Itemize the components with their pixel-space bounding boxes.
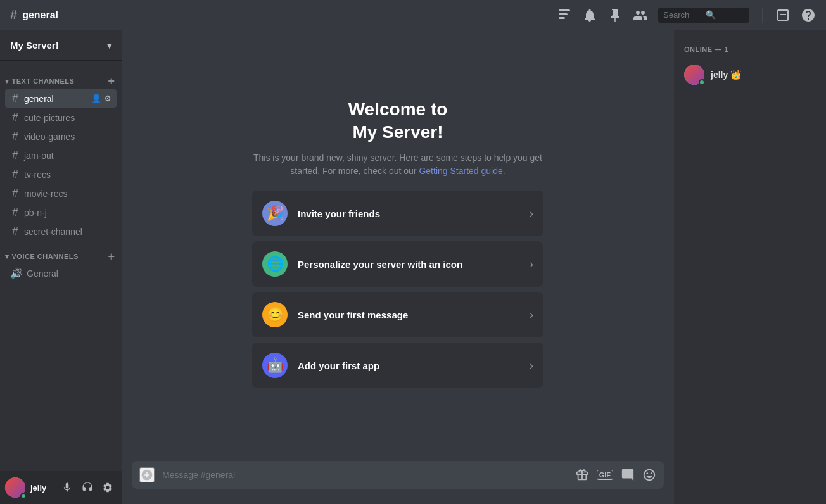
search-box[interactable]: Search 🔍 — [658, 8, 749, 23]
personalize-chevron-icon: › — [530, 258, 533, 271]
member-badge: 👑 — [730, 70, 741, 80]
member-item[interactable]: jelly 👑 — [679, 61, 821, 89]
welcome-title: Welcome to My Server! — [252, 98, 543, 144]
channel-item-general[interactable]: # general 👤 ⚙ — [5, 89, 117, 108]
gift-icon[interactable] — [575, 468, 589, 482]
microphone-icon[interactable] — [58, 479, 76, 496]
member-avatar-container — [684, 65, 704, 85]
invite-icon: 🎉 — [262, 201, 288, 226]
status-indicator — [20, 493, 27, 499]
channel-item-secret-channel[interactable]: # secret-channel — [5, 222, 117, 241]
server-chevron-icon: ▾ — [107, 41, 111, 51]
search-placeholder: Search — [663, 10, 702, 20]
gif-button[interactable]: GIF — [597, 470, 613, 480]
add-first-app-card[interactable]: 🤖 Add your first app › — [252, 343, 543, 388]
personalize-icon: 🌐 — [262, 251, 288, 277]
svg-rect-2 — [559, 17, 565, 19]
add-attachment-button[interactable] — [139, 467, 155, 482]
sticker-icon[interactable] — [621, 468, 635, 482]
help-icon[interactable] — [801, 8, 816, 23]
app-chevron-icon: › — [530, 359, 533, 372]
text-channels-label: TEXT CHANNELS — [12, 77, 75, 85]
welcome-container: Welcome to My Server! This is your brand… — [239, 85, 556, 406]
invite-friends-label: Invite your friends — [298, 208, 519, 219]
voice-icon: 🔊 — [10, 267, 23, 279]
channel-item-pb-n-j[interactable]: # pb-n-j — [5, 203, 117, 222]
search-icon: 🔍 — [706, 10, 744, 20]
main-layout: My Server! ▾ ▾ TEXT CHANNELS + # general… — [0, 30, 826, 504]
member-info: jelly 👑 — [711, 69, 816, 80]
top-bar-actions: Search 🔍 — [557, 8, 816, 23]
channel-header-name: general — [22, 9, 58, 21]
online-status-dot — [699, 79, 705, 85]
channel-item-jam-out[interactable]: # jam-out — [5, 146, 117, 165]
text-channels-collapse-icon: ▾ — [5, 77, 10, 85]
channel-name: cute-pictures — [24, 113, 111, 123]
channel-name: movie-recs — [24, 189, 111, 199]
svg-rect-1 — [559, 13, 568, 15]
emoji-icon[interactable] — [642, 468, 656, 482]
channel-header: # general — [10, 8, 557, 22]
inbox-icon[interactable] — [775, 8, 791, 23]
channel-item-voice-general[interactable]: 🔊 General — [5, 265, 117, 282]
channel-item-video-games[interactable]: # video-games — [5, 127, 117, 146]
voice-channels-collapse-icon: ▾ — [5, 253, 10, 261]
channel-settings-icon[interactable]: ⚙ — [104, 94, 111, 103]
getting-started-link[interactable]: Getting Started guide — [419, 166, 502, 176]
welcome-title-line1: Welcome to — [348, 99, 448, 119]
personalize-server-card[interactable]: 🌐 Personalize your server with an icon › — [252, 241, 543, 287]
welcome-title-line2: My Server! — [352, 122, 443, 142]
invite-friends-card[interactable]: 🎉 Invite your friends › — [252, 191, 543, 236]
invite-chevron-icon: › — [530, 207, 533, 220]
channel-item-tv-recs[interactable]: # tv-recs — [5, 165, 117, 184]
right-panel: ONLINE — 1 jelly 👑 — [674, 30, 826, 504]
app-icon: 🤖 — [262, 353, 288, 378]
messages-area: Welcome to My Server! This is your brand… — [122, 30, 674, 461]
hash-icon: # — [10, 149, 20, 162]
add-voice-channel-button[interactable]: + — [106, 251, 117, 261]
add-first-app-label: Add your first app — [298, 360, 519, 371]
server-name: My Server! — [10, 40, 105, 51]
user-panel-icons — [58, 479, 117, 496]
username: jelly — [30, 483, 53, 493]
message-icon: 😊 — [262, 302, 288, 327]
channel-hash-icon: # — [10, 8, 17, 22]
channel-name: video-games — [24, 132, 111, 142]
message-input-wrapper: GIF — [132, 461, 664, 489]
server-header[interactable]: My Server! ▾ — [0, 30, 122, 61]
user-panel: jelly — [0, 471, 122, 504]
headset-icon[interactable] — [79, 479, 96, 496]
message-input[interactable] — [162, 470, 568, 480]
channel-list: ▾ TEXT CHANNELS + # general 👤 ⚙ # cute-p… — [0, 61, 122, 471]
voice-channels-header[interactable]: ▾ VOICE CHANNELS + — [0, 241, 122, 264]
main-content: Welcome to My Server! This is your brand… — [122, 30, 674, 504]
threads-icon[interactable] — [557, 8, 572, 23]
members-icon[interactable] — [633, 8, 648, 23]
personalize-server-label: Personalize your server with an icon — [298, 259, 519, 270]
user-avatar-container — [5, 477, 25, 498]
voice-channels-label: VOICE CHANNELS — [12, 253, 79, 260]
channel-item-movie-recs[interactable]: # movie-recs — [5, 184, 117, 203]
settings-icon[interactable] — [99, 479, 117, 496]
hash-icon: # — [10, 168, 20, 181]
add-text-channel-button[interactable]: + — [106, 76, 117, 86]
hash-icon: # — [10, 187, 20, 200]
voice-channels-label-row: ▾ VOICE CHANNELS — [5, 253, 79, 261]
hash-icon: # — [10, 130, 20, 143]
hash-icon: # — [10, 225, 20, 238]
online-header: ONLINE — 1 — [679, 41, 821, 56]
hash-icon: # — [10, 206, 20, 219]
notifications-icon[interactable] — [582, 8, 597, 23]
channel-name: jam-out — [24, 151, 111, 161]
add-member-icon[interactable]: 👤 — [91, 94, 101, 103]
send-first-message-card[interactable]: 😊 Send your first message › — [252, 292, 543, 337]
channel-name: pb-n-j — [24, 208, 111, 218]
separator — [762, 8, 763, 23]
member-name: jelly 👑 — [711, 70, 741, 80]
channel-name: general — [24, 94, 87, 104]
channel-item-cute-pictures[interactable]: # cute-pictures — [5, 108, 117, 127]
pin-icon[interactable] — [607, 8, 623, 23]
user-info: jelly — [30, 483, 53, 493]
channel-name: General — [27, 268, 111, 279]
text-channels-header[interactable]: ▾ TEXT CHANNELS + — [0, 66, 122, 89]
